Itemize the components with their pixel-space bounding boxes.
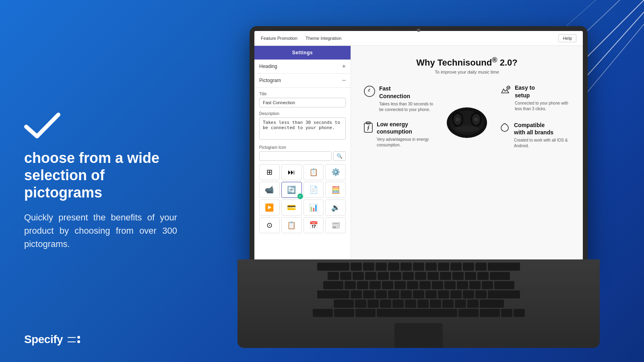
settings-button[interactable]: Settings (254, 46, 351, 60)
icon-cell-6[interactable]: 🔄 ✓ (281, 182, 302, 198)
key-equals (477, 272, 489, 280)
key-left (501, 309, 512, 317)
icon-cell-15[interactable]: 📅 (303, 217, 324, 233)
icon-search-input[interactable] (259, 151, 332, 161)
description-input[interactable]: Takes less than 30 seconds to be connect… (259, 117, 346, 140)
heading-expand-icon[interactable]: + (342, 63, 346, 70)
app-content: Why Technisound® 2.0? To improve your da… (351, 46, 583, 263)
key-f8 (438, 263, 449, 271)
pictogram-label: Pictogram (259, 78, 281, 83)
key-6 (402, 272, 414, 280)
key-row-4 (246, 290, 592, 298)
feature-desc-easy: Connected to your phone with less than 3… (515, 101, 570, 112)
left-features: FastConnection Takes less than 30 second… (364, 85, 434, 148)
key-bracket-l (469, 281, 481, 289)
feature-desc-compatible: Created to work with all IOS & Android. (514, 138, 570, 149)
nav-tab-theme-integration[interactable]: Theme Integration (305, 35, 341, 41)
icon-cell-10[interactable]: 💳 (281, 200, 302, 216)
icon-cell-3[interactable]: 📋 (303, 164, 324, 180)
laptop: Feature Promotion Theme Integration Help… (237, 26, 600, 348)
keyboard-surface (237, 259, 600, 321)
key-1 (340, 272, 351, 280)
key-u (419, 281, 431, 289)
key-backspace (490, 272, 510, 280)
feature-compatible: Compatiblewith all brands Created to wor… (500, 121, 570, 149)
key-a (351, 290, 362, 298)
key-q (345, 281, 356, 289)
key-w (357, 281, 368, 289)
key-comma (442, 300, 454, 308)
icon-cell-4[interactable]: ⚙️ (325, 164, 346, 180)
right-panel: Feature Promotion Theme Integration Help… (197, 0, 644, 362)
laptop-screen-inner: Feature Promotion Theme Integration Help… (254, 31, 583, 263)
earbuds-image (441, 90, 493, 143)
key-row-1 (246, 263, 592, 271)
icon-cell-16[interactable]: 📰 (325, 217, 346, 233)
feature-easy-setup: Easy tosetup Connected to your phone wit… (500, 84, 570, 111)
key-f5 (400, 263, 412, 271)
title-input[interactable] (259, 98, 346, 107)
key-y (407, 281, 418, 289)
key-row-6 (246, 309, 592, 317)
feature-low-energy: Low energyconsumption Very advantageous … (364, 121, 434, 148)
key-return2 (488, 290, 520, 298)
nav-tab-feature-promotion[interactable]: Feature Promotion (261, 35, 297, 41)
key-alt-r (458, 309, 479, 317)
feature-desc-fast: Takes less than 30 seconds to be connect… (379, 101, 434, 113)
key-8 (427, 272, 439, 280)
feature-fast-connection: FastConnection Takes less than 30 second… (364, 85, 434, 112)
icon-cell-7[interactable]: 📄 (303, 182, 324, 198)
key-2 (353, 272, 364, 280)
pictogram-collapse-icon[interactable]: − (342, 77, 346, 84)
main-heading: choose from a wide selection of pictogra… (24, 149, 177, 202)
key-esc (317, 263, 349, 271)
svg-point-15 (474, 117, 478, 121)
feature-text-compatible: Compatiblewith all brands Created to wor… (514, 121, 570, 149)
key-row-3 (246, 281, 592, 289)
key-right (514, 309, 525, 317)
key-f10 (463, 263, 474, 271)
key-c (380, 300, 391, 308)
icon-selected-badge: ✓ (297, 193, 303, 199)
logo-line-1 (68, 337, 76, 338)
feature-text-energy: Low energyconsumption Very advantageous … (377, 121, 434, 148)
key-f9 (450, 263, 462, 271)
key-f7 (425, 263, 437, 271)
icon-cell-2[interactable]: ⏭ (281, 164, 302, 180)
key-period (455, 300, 466, 308)
key-f2 (363, 263, 374, 271)
svg-point-12 (456, 117, 460, 121)
icon-cell-9[interactable]: ▶️ (259, 200, 280, 216)
feature-title-energy: Low energyconsumption (377, 121, 434, 135)
key-s (363, 290, 374, 298)
app-sidebar: Settings Heading + Pictogram − Title (254, 46, 351, 263)
icon-cell-13[interactable]: ⊙ (259, 217, 280, 233)
key-ctrl (334, 309, 354, 317)
icon-search-button[interactable]: 🔍 (333, 151, 346, 161)
key-h (413, 290, 424, 298)
icon-cell-5[interactable]: 📹 (259, 182, 280, 198)
feature-title-easy: Easy tosetup (515, 84, 570, 99)
pictogram-icon-label: Pictogram Icon (259, 145, 346, 150)
feature-icon-fast (364, 86, 375, 99)
left-panel: choose from a wide selection of pictogra… (0, 0, 197, 362)
key-dash (465, 272, 476, 280)
key-9 (440, 272, 451, 280)
icon-cell-1[interactable]: ⊞ (259, 164, 280, 180)
description-label: Description (259, 111, 346, 116)
key-shift-l (334, 300, 354, 308)
key-n (417, 300, 429, 308)
icon-cell-14[interactable]: 📋 (281, 217, 302, 233)
icon-cell-11[interactable]: 📊 (303, 200, 324, 216)
key-e (369, 281, 381, 289)
key-shift-r (480, 300, 504, 308)
logo-icon (68, 336, 80, 343)
key-caps (317, 290, 349, 298)
icon-cell-8[interactable]: 🧮 (325, 182, 346, 198)
icon-cell-12[interactable]: 🔉 (325, 200, 346, 216)
help-button[interactable]: Help (558, 34, 576, 42)
logo-line-2 (68, 341, 76, 342)
key-b (405, 300, 416, 308)
feature-text-easy: Easy tosetup Connected to your phone wit… (515, 84, 570, 111)
key-f11 (475, 263, 487, 271)
